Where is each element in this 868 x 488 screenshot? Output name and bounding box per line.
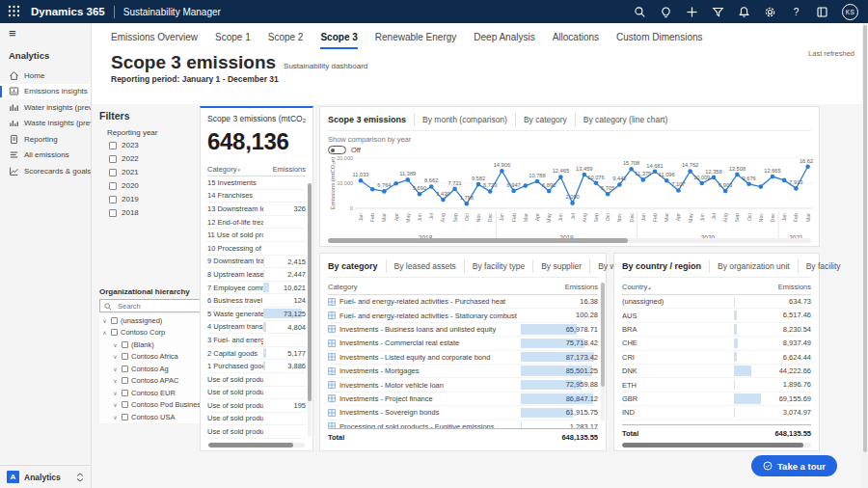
environment-switcher[interactable]: A Analytics [0, 465, 91, 488]
table-row[interactable]: Use of sold product... [207, 373, 306, 387]
tab-emissions-overview[interactable]: Emissions Overview [111, 32, 198, 49]
tab-custom-dimensions[interactable]: Custom Dimensions [616, 32, 702, 49]
chevron-down-icon[interactable]: ∨ [112, 390, 119, 396]
comparison-toggle[interactable] [328, 146, 346, 154]
sidebar-item-reporting[interactable]: Reporting [0, 131, 91, 148]
avatar[interactable]: KS [842, 4, 858, 20]
sidebar-item-all-emissions[interactable]: All emissions [0, 148, 91, 164]
emissions-column-header[interactable]: Emissions [734, 283, 811, 291]
reporting-year-option-2018[interactable]: 2018 [109, 208, 196, 217]
table-row[interactable]: IND3,074.97 [622, 406, 811, 420]
table-row[interactable]: BRA8,230.54 [622, 323, 811, 337]
card-tab-by-organization-unit[interactable]: By organization unit [709, 259, 798, 273]
table-row[interactable]: 10 Processing of sol... [207, 242, 306, 256]
kpi-col-emissions[interactable]: Emissions [263, 165, 306, 174]
card-tab-by-category[interactable]: By category [328, 259, 386, 273]
card-tab-by-category-line-chart[interactable]: By category (line chart) [575, 113, 675, 126]
org-search-box[interactable] [99, 299, 202, 312]
chevron-down-icon[interactable]: ∨ [112, 366, 119, 372]
sidebar-item-home[interactable]: Home [0, 68, 91, 84]
lightbulb-icon[interactable] [660, 6, 672, 18]
card-tab-by-country-region[interactable]: By country / region [622, 259, 709, 273]
tab-deep-analysis[interactable]: Deep Analysis [474, 32, 534, 49]
category-column-header[interactable]: Category [328, 283, 521, 291]
gear-icon[interactable] [764, 6, 776, 18]
by-country-table-header[interactable]: Country Emissions [622, 278, 811, 295]
help-icon[interactable]: ? [790, 6, 802, 18]
table-row[interactable]: GBR69,155.69 [622, 393, 811, 406]
sidebar-item-scorecards-goals[interactable]: Scorecards & goals [0, 163, 91, 179]
table-row[interactable]: ETH1,896.76 [622, 378, 811, 392]
tree-node-contoso-africa[interactable]: ∨Contoso Africa [99, 351, 202, 364]
tree-node-contoso-usa[interactable]: ∨Contoso USA [99, 411, 202, 423]
card-tab-by-facility-type[interactable]: By facility type [464, 259, 532, 273]
table-row[interactable]: 4 Upstream transpo...4,804 [207, 321, 306, 335]
chevron-down-icon[interactable]: ∨ [101, 317, 108, 324]
tree-node-contoso-eur[interactable]: ∨Contoso EUR [99, 387, 202, 399]
sidebar-item-water-insights-previ[interactable]: Water insights (previ... [0, 99, 91, 116]
card-tab-scope-3-emissions[interactable]: Scope 3 emissions [328, 113, 414, 126]
table-row[interactable]: 14 Franchises [207, 190, 306, 203]
filter-icon[interactable] [712, 6, 724, 18]
table-row[interactable]: 15 Investments [207, 176, 306, 190]
tree-node-contoso-corp[interactable]: ∧Contoso Corp [99, 327, 202, 339]
page-vertical-scrollbar[interactable] [862, 23, 868, 488]
table-row[interactable]: 13 Downstream lea...326 [207, 203, 306, 216]
table-row[interactable]: 2 Capital goods5,177 [207, 347, 306, 361]
card-tab-by-month-comparison[interactable]: By month (comparison) [414, 113, 515, 126]
table-row[interactable]: Investments - Listed equity and corporat… [328, 351, 598, 365]
table-row[interactable]: Use of sold product...195 [207, 399, 306, 413]
card-tab-by-facility[interactable]: By facility [798, 259, 849, 273]
search-icon[interactable] [634, 6, 646, 18]
reporting-year-option-2023[interactable]: 2023 [109, 141, 196, 149]
card-tab-by-category[interactable]: By category [515, 113, 575, 126]
table-row[interactable]: DNK44,222.66 [622, 365, 811, 378]
table-row[interactable]: 11 Use of sold prod... [207, 229, 306, 242]
tab-allocations[interactable]: Allocations [553, 32, 599, 49]
chevron-down-icon[interactable]: ∨ [112, 341, 119, 348]
reporting-year-option-2019[interactable]: 2019 [109, 195, 196, 203]
chevron-down-icon[interactable]: ∨ [112, 353, 119, 360]
tab-scope-3[interactable]: Scope 3 [320, 32, 357, 49]
tab-scope-2[interactable]: Scope 2 [268, 32, 304, 49]
sidebar-item-emissions-insights[interactable]: Emissions insights [0, 84, 91, 100]
reporting-year-option-2022[interactable]: 2022 [109, 154, 196, 163]
table-row[interactable]: Investments - Project finance86,847.12 [328, 393, 598, 406]
bell-icon[interactable] [738, 6, 750, 18]
by-category-table-header[interactable]: Category Emissions [328, 278, 598, 295]
kpi-col-category[interactable]: Category [207, 165, 263, 174]
by-category-vertical-scrollbar[interactable] [601, 283, 605, 421]
tree-node-contoso-pod-business[interactable]: ∨Contoso Pod Business [99, 399, 202, 412]
card-tab-by-supplier[interactable]: By supplier [532, 259, 589, 273]
tree-node-blank[interactable]: ∨(Blank) [99, 339, 202, 351]
chevron-down-icon[interactable]: ∨ [112, 414, 119, 420]
table-row[interactable]: (unassigned)634.73 [622, 295, 811, 309]
tree-node-unassigned[interactable]: ∨(unassigned) [99, 314, 202, 327]
table-row[interactable]: Fuel- and energy-related activities - Pu… [328, 295, 598, 309]
table-row[interactable]: Investments - Commercial real estate75,7… [328, 337, 598, 350]
kpi-horizontal-scrollbar[interactable] [208, 443, 305, 447]
table-row[interactable]: Use of sold product... [207, 387, 306, 400]
table-row[interactable]: AUS6,517.46 [622, 309, 811, 322]
table-row[interactable]: 5 Waste generated i...73,125 [207, 308, 306, 321]
table-row[interactable]: Investments - Sovereign bonds61,915.75 [328, 406, 598, 420]
table-row[interactable]: 1 Purchased goods ...3,886 [207, 360, 306, 373]
table-row[interactable]: CRI6,624.44 [622, 351, 811, 365]
chart-horizontal-scrollbar[interactable] [328, 238, 811, 243]
chevron-down-icon[interactable]: ∨ [112, 401, 119, 408]
chevron-up-icon[interactable]: ∧ [101, 329, 108, 336]
table-row[interactable]: 6 Business travel124 [207, 294, 306, 308]
table-row[interactable]: Investments - Motor vehicle loan72,959.8… [328, 378, 598, 392]
table-row[interactable]: Investments - Business loans and unliste… [328, 323, 598, 337]
table-row[interactable]: 9 Downstream tran...2,415 [207, 256, 306, 269]
table-row[interactable]: CHE8,937.49 [622, 337, 811, 350]
take-a-tour-button[interactable]: Take a tour [751, 455, 837, 476]
reporting-year-option-2021[interactable]: 2021 [109, 168, 196, 176]
kpi-vertical-scrollbar[interactable] [308, 183, 312, 437]
org-search-input[interactable] [116, 301, 183, 312]
card-tab-by-leased-assets[interactable]: By leased assets [386, 259, 464, 273]
table-row[interactable]: 8 Upstream leased ...2,447 [207, 268, 306, 282]
table-row[interactable]: 12 End-of-life treat... [207, 216, 306, 230]
table-row[interactable]: 3 Fuel- and energy-... [207, 334, 306, 347]
table-row[interactable]: Investments - Mortgages85,501.25 [328, 365, 598, 378]
